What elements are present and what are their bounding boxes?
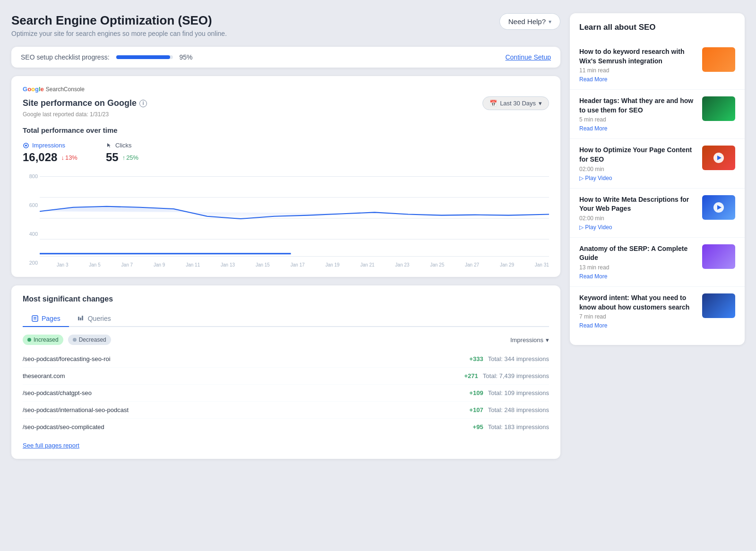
need-help-button[interactable]: Need Help? ▾ (499, 13, 560, 30)
gsc-last-reported: Google last reported data: 1/31/23 (23, 111, 549, 118)
row-total: Total: 248 impressions (488, 406, 549, 413)
eye-icon (23, 142, 29, 149)
table-row: /seo-podcast/seo-complicated +95 Total: … (23, 419, 549, 435)
continue-setup-link[interactable]: Continue Setup (505, 53, 551, 61)
changes-title: Most significant changes (23, 295, 549, 303)
increased-dot (27, 338, 31, 342)
page-header: Search Engine Optimization (SEO) Optimiz… (11, 13, 560, 37)
gsc-title: Site performance on Google i (23, 98, 147, 108)
clicks-value: 55 ↑ 25% (106, 151, 138, 164)
sidebar-item-content: How to do keyword research with Wix's Se… (579, 47, 696, 83)
decreased-filter[interactable]: Decreased (68, 335, 111, 345)
clicks-change: ↑ 25% (122, 154, 139, 161)
impressions-sort[interactable]: Impressions ▾ (510, 336, 549, 344)
page-title: Search Engine Optimization (SEO) (11, 13, 227, 28)
sidebar-item-link[interactable]: ▷ Play Video (579, 175, 696, 181)
sidebar-item: How to Write Meta Descriptions for Your … (570, 189, 745, 238)
sidebar-item-meta: 02:00 min (579, 166, 696, 172)
tabs-row: Pages Queries (23, 311, 549, 327)
sidebar-item-meta: 02:00 min (579, 215, 696, 222)
sidebar-item-link[interactable]: Read More (579, 76, 696, 83)
sidebar-item: Header tags: What they are and how to us… (570, 90, 745, 139)
row-change: +109 (469, 389, 483, 396)
sidebar-item-content: How to Write Meta Descriptions for Your … (579, 195, 696, 231)
svg-point-1 (25, 145, 27, 146)
sidebar-item-content: How to Optimize Your Page Content for SE… (579, 146, 696, 181)
page-subtitle: Optimize your site for search engines so… (11, 30, 227, 37)
clicks-label: Clicks (106, 142, 138, 149)
sidebar-item-title: How to Write Meta Descriptions for Your … (579, 195, 696, 214)
row-url: theseorant.com (23, 372, 65, 379)
sidebar-item: Keyword intent: What you need to know ab… (570, 287, 745, 336)
sidebar-item-title: How to do keyword research with Wix's Se… (579, 47, 696, 66)
sidebar-item-link[interactable]: Read More (579, 322, 696, 329)
row-change: +333 (469, 355, 483, 362)
progress-fill (116, 55, 170, 59)
sidebar-item-meta: 7 min read (579, 313, 696, 320)
increased-filter[interactable]: Increased (23, 335, 63, 345)
row-total: Total: 109 impressions (488, 389, 549, 396)
info-icon[interactable]: i (139, 100, 147, 107)
row-total: Total: 183 impressions (488, 423, 549, 430)
row-stats: +107 Total: 248 impressions (469, 406, 549, 413)
sidebar-item-meta: 13 min read (579, 264, 696, 271)
sidebar-item-meta: 11 min read (579, 67, 696, 74)
gsc-card: Google SearchConsole Site performance on… (11, 76, 560, 277)
sidebar-thumb (702, 293, 735, 318)
play-button-icon[interactable] (713, 202, 724, 213)
table-row: /seo-podcast/chatgpt-seo +109 Total: 109… (23, 385, 549, 402)
sidebar-item-content: Header tags: What they are and how to us… (579, 96, 696, 132)
tab-queries[interactable]: Queries (69, 311, 120, 327)
row-stats: +95 Total: 183 impressions (473, 423, 549, 430)
clicks-metric: Clicks 55 ↑ 25% (106, 142, 138, 164)
calendar-icon: 📅 (490, 100, 497, 107)
row-total: Total: 7,439 impressions (483, 372, 549, 379)
date-range-dropdown[interactable]: 📅 Last 30 Days ▾ (482, 96, 549, 110)
table-row: /seo-podcast/international-seo-podcast +… (23, 402, 549, 419)
svg-rect-10 (78, 317, 79, 320)
row-stats: +333 Total: 344 impressions (469, 355, 549, 362)
row-url: /seo-podcast/forecasting-seo-roi (23, 355, 111, 362)
chart-area (40, 172, 549, 257)
gsc-logo: Google SearchConsole (23, 86, 549, 93)
checklist-label: SEO setup checklist progress: (21, 53, 110, 61)
row-url: /seo-podcast/seo-complicated (23, 423, 104, 430)
play-triangle-icon (717, 155, 722, 160)
sidebar-item-title: Header tags: What they are and how to us… (579, 96, 696, 115)
sidebar-item-title: Keyword intent: What you need to know ab… (579, 293, 696, 312)
see-full-report-link[interactable]: See full pages report (23, 442, 79, 449)
decreased-dot (73, 338, 77, 342)
play-triangle-icon (717, 205, 722, 210)
progress-track (116, 55, 173, 59)
date-range-label: Last 30 Days (500, 100, 536, 107)
metrics-row: Impressions 16,028 ↓ 13% Clicks (23, 142, 549, 164)
row-url: /seo-podcast/chatgpt-seo (23, 389, 92, 396)
gsc-logo-text: SearchConsole (46, 86, 85, 93)
svg-rect-12 (82, 316, 83, 320)
thumb-bg (702, 47, 735, 72)
sidebar-item-link[interactable]: ▷ Play Video (579, 224, 696, 231)
sidebar-item-title: Anatomy of the SERP: A Complete Guide (579, 244, 696, 263)
table-row: /seo-podcast/forecasting-seo-roi +333 To… (23, 351, 549, 368)
sidebar-item-meta: 5 min read (579, 116, 696, 123)
tab-pages[interactable]: Pages (23, 311, 69, 327)
chevron-down-icon: ▾ (549, 18, 551, 25)
row-change: +271 (464, 372, 478, 379)
row-url: /seo-podcast/international-seo-podcast (23, 406, 129, 413)
sidebar-item-content: Keyword intent: What you need to know ab… (579, 293, 696, 329)
sidebar-item-content: Anatomy of the SERP: A Complete Guide 13… (579, 244, 696, 280)
thumb-bg (702, 293, 735, 318)
chevron-down-icon: ▾ (546, 336, 549, 344)
play-button-icon[interactable] (713, 153, 724, 163)
sidebar-thumb (702, 244, 735, 269)
sidebar-title: Learn all about SEO (570, 23, 745, 32)
sidebar-item-link[interactable]: Read More (579, 273, 696, 280)
filter-badges: Increased Decreased (23, 335, 111, 345)
chart-y-labels: 800 600 400 200 (23, 172, 38, 267)
checklist-bar: SEO setup checklist progress: 95% Contin… (11, 47, 560, 68)
chart-svg (40, 172, 549, 256)
sidebar-item-link[interactable]: Read More (579, 125, 696, 132)
sidebar-items: How to do keyword research with Wix's Se… (570, 41, 745, 336)
row-change: +107 (469, 406, 483, 413)
sidebar-item-title: How to Optimize Your Page Content for SE… (579, 146, 696, 164)
